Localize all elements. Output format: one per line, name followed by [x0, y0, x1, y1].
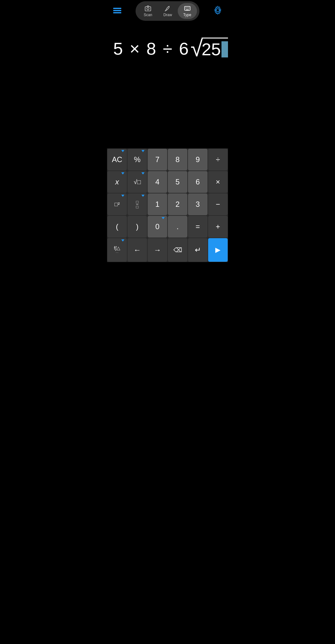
- key-3[interactable]: 3: [188, 193, 208, 215]
- math-display[interactable]: 5 × 8 ÷ 6 √ 25: [107, 25, 228, 101]
- svg-point-1: [147, 7, 149, 10]
- key-1[interactable]: 1: [147, 193, 168, 215]
- key-row-5: f∫△ ··· ← → ⌫ ↵ ▶: [107, 238, 228, 262]
- sqrt-radical: √: [190, 37, 203, 60]
- sqrt-symbol: √ 25: [190, 37, 228, 60]
- times-op: ×: [125, 39, 145, 59]
- dropdown-indicator: [121, 172, 124, 175]
- dropdown-indicator: [121, 239, 124, 242]
- key-plus[interactable]: +: [208, 215, 228, 238]
- key-minus[interactable]: −: [208, 193, 228, 215]
- scan-label: Scan: [144, 13, 152, 17]
- key-enter[interactable]: ↵: [188, 238, 208, 262]
- key-decimal[interactable]: .: [168, 215, 188, 238]
- key-functions[interactable]: f∫△ ···: [107, 238, 127, 262]
- toolbar-pill: Scan Draw Typ: [136, 1, 199, 21]
- key-row-3: □² □ □ 1 2 3 −: [107, 193, 228, 215]
- dropdown-indicator: [141, 172, 145, 175]
- key-multiply[interactable]: ×: [208, 171, 228, 193]
- toolbar: Scan Draw Typ: [107, 0, 228, 22]
- scan-button[interactable]: Scan: [138, 3, 158, 19]
- dropdown-indicator: [141, 195, 145, 197]
- key-8[interactable]: 8: [168, 148, 188, 171]
- key-sqrt[interactable]: √□: [127, 171, 147, 193]
- key-4[interactable]: 4: [147, 171, 168, 193]
- dropdown-indicator: [162, 217, 165, 219]
- key-right-arrow[interactable]: →: [147, 238, 168, 262]
- key-6[interactable]: 6: [188, 171, 208, 193]
- key-square[interactable]: □²: [107, 193, 127, 215]
- key-divide[interactable]: ÷: [208, 148, 228, 171]
- draw-label: Draw: [163, 13, 172, 17]
- key-ac[interactable]: AC: [107, 148, 127, 171]
- key-5[interactable]: 5: [168, 171, 188, 193]
- key-backspace[interactable]: ⌫: [168, 238, 188, 262]
- keyboard-icon: [184, 5, 191, 12]
- sqrt-arg: 25: [202, 39, 221, 59]
- dropdown-indicator: [121, 150, 124, 152]
- key-close-paren[interactable]: ): [127, 215, 147, 238]
- camera-icon: [145, 5, 151, 12]
- key-fraction[interactable]: □ □: [127, 193, 147, 215]
- keyboard: AC % 7 8 9 ÷ x √□ 4: [107, 148, 228, 262]
- draw-button[interactable]: Draw: [158, 3, 178, 19]
- key-9[interactable]: 9: [188, 148, 208, 171]
- num-8: 8: [146, 39, 156, 59]
- key-0[interactable]: 0: [147, 215, 168, 238]
- key-row-4: ( ) 0 . = +: [107, 215, 228, 238]
- key-percent[interactable]: %: [127, 148, 147, 171]
- key-row-2: x √□ 4 5 6 ×: [107, 171, 228, 193]
- key-row-1: AC % 7 8 9 ÷: [107, 148, 228, 171]
- cursor: [221, 41, 228, 57]
- dropdown-indicator: [141, 150, 145, 152]
- key-equals[interactable]: =: [188, 215, 208, 238]
- key-variable-x[interactable]: x: [107, 171, 127, 193]
- key-open-paren[interactable]: (: [107, 215, 127, 238]
- key-2[interactable]: 2: [168, 193, 188, 215]
- num-5: 5: [113, 39, 123, 59]
- math-expression: 5 × 8 ÷ 6 √ 25: [113, 37, 228, 60]
- dropdown-indicator: [121, 195, 124, 197]
- draw-icon: [164, 5, 171, 12]
- type-button[interactable]: Type: [178, 3, 197, 19]
- num-6: 6: [179, 39, 189, 59]
- type-label: Type: [183, 13, 191, 17]
- sqrt-content: 25: [202, 38, 228, 59]
- key-left-arrow[interactable]: ←: [127, 238, 147, 262]
- key-submit[interactable]: ▶: [208, 238, 228, 262]
- key-7[interactable]: 7: [147, 148, 168, 171]
- divide-op: ÷: [158, 39, 177, 59]
